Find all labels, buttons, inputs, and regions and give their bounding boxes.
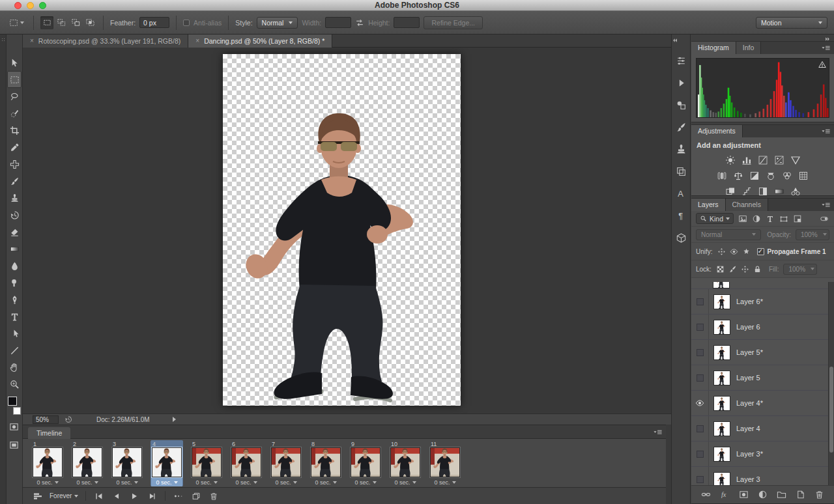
blur-tool[interactable] — [7, 257, 22, 274]
tab-info[interactable]: Info — [736, 42, 762, 54]
delete-frame-button[interactable] — [208, 490, 220, 502]
layer-row[interactable]: Layer 4* — [691, 391, 834, 416]
threshold-adjustment-button[interactable] — [756, 185, 770, 197]
status-popup-arrow-icon[interactable] — [173, 417, 176, 422]
layer-visibility-toggle[interactable] — [691, 467, 709, 485]
photo-filter-adjustment-button[interactable] — [764, 169, 778, 182]
timeline-frame-5[interactable]: 50 sec. — [190, 440, 230, 487]
rectangular-marquee-tool[interactable] — [7, 71, 22, 88]
screen-mode-button[interactable] — [7, 437, 21, 453]
close-tab-icon[interactable]: × — [195, 38, 199, 44]
hue-saturation-adjustment-button[interactable] — [715, 169, 729, 182]
frame-delay-select[interactable]: 0 sec. — [310, 478, 341, 486]
minimize-window-button[interactable] — [27, 2, 34, 9]
document-tab-dancing[interactable]: × Dancing.psd @ 50% (Layer 8, RGB/8) * — [188, 35, 332, 48]
add-to-selection-button[interactable] — [55, 16, 68, 29]
frame-delay-select[interactable]: 0 sec. — [72, 478, 103, 486]
first-frame-button[interactable] — [93, 490, 105, 502]
zoom-level-field[interactable]: 50% — [33, 415, 59, 424]
quick-selection-tool[interactable] — [7, 105, 22, 122]
brush-panel-button[interactable] — [676, 122, 687, 133]
width-input[interactable] — [325, 17, 351, 28]
fill-select[interactable]: 100% — [783, 264, 817, 275]
layers-scrollbar[interactable] — [828, 282, 834, 485]
next-frame-button[interactable] — [146, 490, 158, 502]
crop-tool[interactable] — [7, 122, 22, 139]
document-tab-rotoscoping[interactable]: × Rotoscoping.psd @ 33.3% (Layer 191, RG… — [23, 35, 188, 48]
quick-mask-mode-button[interactable] — [7, 419, 21, 434]
frame-thumbnail[interactable] — [152, 447, 182, 477]
channel-mixer-adjustment-button[interactable] — [780, 169, 794, 182]
frame-delay-select[interactable]: 0 sec. — [111, 478, 143, 486]
blend-mode-select[interactable]: Normal — [696, 229, 761, 240]
brightness-contrast-adjustment-button[interactable] — [723, 154, 738, 166]
frame-thumbnail[interactable] — [311, 447, 341, 477]
feather-input[interactable]: 0 px — [139, 17, 169, 28]
tween-frames-button[interactable] — [173, 490, 184, 502]
timeline-frame-9[interactable]: 90 sec. — [349, 440, 389, 487]
close-tab-icon[interactable]: × — [30, 38, 34, 44]
layer-row[interactable]: Layer 3 — [691, 467, 834, 485]
scrollbar-thumb[interactable] — [829, 367, 833, 453]
paragraph-panel-button[interactable]: ¶ — [676, 210, 687, 221]
path-selection-tool[interactable] — [7, 325, 22, 342]
filter-pixel-layers-button[interactable] — [737, 213, 748, 224]
layer-visibility-toggle[interactable] — [691, 289, 709, 314]
foreground-color-swatch[interactable] — [8, 397, 17, 406]
layer-thumbnail[interactable] — [713, 345, 730, 360]
layer-row[interactable]: Layer 3* — [691, 441, 834, 467]
filter-smart-objects-button[interactable] — [792, 213, 803, 224]
frame-delay-select[interactable]: 0 sec. — [429, 478, 461, 486]
frame-thumbnail[interactable] — [72, 447, 102, 477]
spot-healing-brush-tool[interactable] — [7, 156, 22, 173]
refine-edge-button[interactable]: Refine Edge... — [424, 16, 483, 29]
actions-panel-button[interactable] — [676, 77, 687, 89]
panel-grip[interactable] — [1, 38, 5, 42]
lock-image-pixels-button[interactable] — [727, 264, 738, 275]
brush-tool[interactable] — [7, 173, 22, 189]
layer-thumbnail[interactable] — [713, 294, 730, 309]
character-panel-button[interactable]: A — [676, 188, 687, 199]
selective-color-adjustment-button[interactable] — [788, 185, 803, 197]
document-view[interactable] — [223, 54, 461, 406]
workspace-select[interactable]: Motion — [756, 17, 827, 29]
type-tool[interactable] — [7, 308, 22, 325]
layer-thumbnail[interactable] — [713, 396, 730, 411]
pen-tool[interactable] — [7, 291, 22, 308]
loop-count-select[interactable]: Forever — [50, 492, 78, 499]
hand-tool[interactable] — [7, 359, 22, 376]
timeline-frame-7[interactable]: 70 sec. — [270, 440, 309, 487]
link-layers-button[interactable] — [700, 489, 711, 500]
curves-adjustment-button[interactable] — [756, 154, 770, 166]
previous-frame-button[interactable] — [111, 490, 122, 502]
intersect-selection-button[interactable] — [83, 16, 96, 29]
new-adjustment-layer-button[interactable] — [757, 489, 768, 500]
unify-layer-visibility-button[interactable] — [728, 246, 740, 257]
timeline-frame-8[interactable]: 80 sec. — [309, 440, 349, 487]
subtract-from-selection-button[interactable] — [69, 16, 82, 29]
timeline-menu-button[interactable] — [653, 428, 663, 438]
lock-transparent-pixels-button[interactable] — [715, 264, 726, 275]
zoom-window-button[interactable] — [39, 2, 46, 9]
frame-delay-select[interactable]: 0 sec. — [32, 478, 63, 486]
new-selection-button[interactable] — [40, 16, 53, 29]
canvas-area[interactable] — [23, 48, 671, 413]
add-layer-mask-button[interactable] — [738, 489, 749, 500]
propagate-frame-checkbox[interactable] — [757, 248, 764, 255]
tab-layers[interactable]: Layers — [691, 199, 726, 211]
doc-size-status[interactable]: Doc: 2.26M/61.0M — [96, 416, 150, 423]
layer-comps-panel-button[interactable] — [676, 166, 687, 177]
layer-row[interactable]: Layer 4 — [691, 416, 834, 441]
posterize-adjustment-button[interactable] — [740, 185, 754, 197]
layer-row[interactable]: Layer 5* — [691, 340, 834, 365]
eyedropper-tool[interactable] — [7, 139, 22, 156]
layer-thumbnail[interactable] — [713, 371, 730, 385]
timeline-frame-2[interactable]: 20 sec. — [71, 440, 111, 487]
expand-panels-button[interactable] — [672, 35, 678, 44]
invert-adjustment-button[interactable] — [723, 185, 738, 197]
frame-thumbnail[interactable] — [271, 447, 301, 477]
move-tool[interactable] — [7, 54, 22, 71]
timeline-frame-4[interactable]: 40 sec. — [151, 440, 190, 487]
filter-adjustment-layers-button[interactable] — [751, 213, 762, 224]
adjustments-menu-button[interactable] — [821, 127, 831, 137]
